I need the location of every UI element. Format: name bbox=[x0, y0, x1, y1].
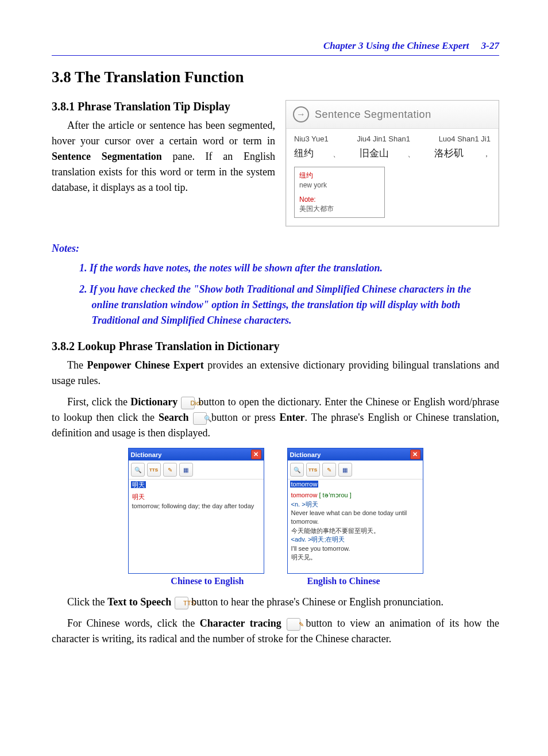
dict-line: <n. >明天 bbox=[291, 501, 318, 508]
page-number: 3-27 bbox=[481, 40, 499, 51]
dict-toolbar: 🔍 TTS ✎ ▦ bbox=[288, 460, 423, 479]
tooltip-note-label: Note: bbox=[299, 195, 380, 205]
translation-tooltip: 纽约 new york Note: 美国大都市 bbox=[294, 167, 385, 218]
tts-icon[interactable]: TTS bbox=[306, 463, 320, 477]
chapter-label: Chapter 3 Using the Chinese Expert bbox=[323, 40, 469, 51]
seg-cjk-row: 纽约 、 旧金山 、 洛杉矶 ， bbox=[294, 147, 491, 160]
header-rule bbox=[52, 55, 499, 56]
sub2-paragraph-3: Click the Text to Speech TTS button to h… bbox=[52, 594, 499, 610]
section-title: 3.8 The Translation Function bbox=[52, 68, 499, 86]
caption-en-cn: English to Chinese bbox=[307, 576, 380, 586]
close-icon[interactable]: ✕ bbox=[251, 450, 261, 459]
search-icon[interactable]: 🔍 bbox=[193, 412, 207, 425]
tooltip-note-body: 美国大都市 bbox=[299, 205, 334, 213]
dict-result: 明天 tomorrow; following day; the day afte… bbox=[129, 490, 264, 573]
dict-titlebar: Dictionary ✕ bbox=[288, 448, 423, 460]
pencil-icon[interactable]: ✎ bbox=[287, 618, 300, 631]
dict-title: Dictionary bbox=[131, 451, 162, 458]
dict-line: I'll see you tomorrow. bbox=[291, 545, 350, 552]
dict-titlebar: Dictionary ✕ bbox=[129, 448, 264, 460]
subsection-3-8-1-title: 3.8.1 Phrase Translation Tip Display bbox=[52, 100, 275, 113]
grid-icon[interactable]: ▦ bbox=[338, 463, 352, 477]
note-item: If the words have notes, the notes will … bbox=[79, 260, 499, 276]
seg-header: → Sentence Segmentation bbox=[286, 101, 499, 129]
dict-headword: 明天 bbox=[132, 493, 145, 500]
pencil-icon[interactable]: ✎ bbox=[322, 463, 336, 477]
dict-line: <adv. >明天;在明天 bbox=[291, 536, 345, 543]
caption-cn-en: Chinese to English bbox=[171, 576, 244, 586]
seg-title: Sentence Segmentation bbox=[315, 109, 431, 121]
sub1-paragraph: After the article or sentence has been s… bbox=[52, 118, 275, 195]
dictionary-window-en-cn: Dictionary ✕ 🔍 TTS ✎ ▦ tomorrow tomorrow… bbox=[287, 448, 423, 574]
dict-title: Dictionary bbox=[290, 451, 321, 458]
sub2-paragraph-1: The Penpower Chinese Expert provides an … bbox=[52, 358, 499, 389]
dict-result: tomorrow [ təˈmɔrou ] <n. >明天 Never leav… bbox=[288, 489, 423, 571]
running-header: Chapter 3 Using the Chinese Expert 3-27 bbox=[52, 40, 499, 55]
dictionary-window-cn-en: Dictionary ✕ 🔍 TTS ✎ ▦ 明天 明天 tomorrow; f… bbox=[128, 448, 264, 574]
dict-definition: tomorrow; following day; the day after t… bbox=[132, 502, 254, 509]
tooltip-translation: new york bbox=[299, 181, 327, 189]
notes-heading: Notes: bbox=[52, 243, 499, 255]
tooltip-headword: 纽约 bbox=[299, 171, 313, 179]
dict-captions: Chinese to English English to Chinese bbox=[52, 576, 499, 586]
search-icon[interactable]: 🔍 bbox=[290, 463, 304, 477]
dict-input[interactable]: tomorrow bbox=[290, 481, 420, 488]
dictionary-icon[interactable]: Dict bbox=[181, 397, 195, 409]
dict-input[interactable]: 明天 bbox=[131, 481, 261, 489]
sentence-segmentation-figure: → Sentence Segmentation Niu3 Yue1 Jiu4 J… bbox=[285, 100, 499, 227]
dict-line: 今天能做的事绝不要留至明天。 bbox=[291, 527, 380, 534]
dict-headword: tomorrow bbox=[291, 492, 318, 498]
arrow-right-icon: → bbox=[293, 106, 309, 122]
search-icon[interactable]: 🔍 bbox=[131, 463, 145, 477]
note-item: If you have checked the "Show both Tradi… bbox=[79, 282, 499, 328]
notes-list: If the words have notes, the notes will … bbox=[79, 260, 499, 328]
dict-line: Never leave what can be done today until… bbox=[291, 509, 407, 525]
seg-pinyin-row: Niu3 Yue1 Jiu4 Jin1 Shan1 Luo4 Shan1 Ji1 bbox=[294, 135, 491, 143]
sub2-paragraph-2: First, click the Dictionary Dict button … bbox=[52, 394, 499, 441]
grid-icon[interactable]: ▦ bbox=[179, 463, 193, 477]
tts-icon[interactable]: TTS bbox=[175, 597, 188, 609]
dict-line: 明天见。 bbox=[291, 554, 317, 561]
subsection-3-8-2-title: 3.8.2 Lookup Phrase Translation in Dicti… bbox=[52, 340, 499, 353]
dict-phonetic: [ təˈmɔrou ] bbox=[317, 492, 351, 498]
tts-icon[interactable]: TTS bbox=[147, 463, 161, 477]
pencil-icon[interactable]: ✎ bbox=[163, 463, 177, 477]
sub2-paragraph-4: For Chinese words, click the Character t… bbox=[52, 616, 499, 647]
close-icon[interactable]: ✕ bbox=[410, 450, 420, 459]
dict-toolbar: 🔍 TTS ✎ ▦ bbox=[129, 460, 264, 479]
